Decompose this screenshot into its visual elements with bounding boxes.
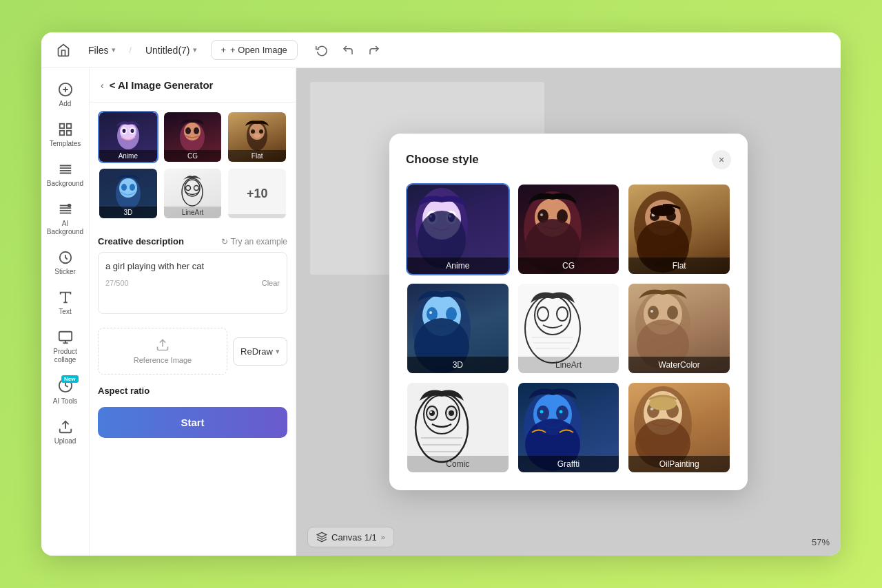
svg-point-86 bbox=[667, 306, 678, 319]
sidebar-item-add[interactable]: Add bbox=[45, 76, 86, 114]
files-menu[interactable]: Files ▾ bbox=[83, 42, 121, 59]
modal-style-3d[interactable]: 3D bbox=[406, 282, 510, 375]
svg-point-103 bbox=[540, 410, 543, 414]
reference-section: Reference Image ReDraw ▾ bbox=[90, 322, 296, 380]
sidebar-item-ai-background[interactable]: AIBackground bbox=[45, 196, 86, 242]
modal-style-graffiti[interactable]: Graffti bbox=[517, 381, 621, 474]
sidebar-product-collage-label: Productcollage bbox=[53, 348, 76, 364]
modal-style-comic[interactable]: Comic bbox=[406, 381, 510, 474]
aspect-ratio-title: Aspect ratio bbox=[98, 386, 287, 396]
aspect-ratio-section: Aspect ratio bbox=[90, 380, 296, 401]
char-count: 27/500 bbox=[105, 279, 129, 287]
prompt-textarea-wrapper[interactable]: a girl playing with her cat 27/500 Clear bbox=[98, 252, 287, 314]
reference-image-label: Reference Image bbox=[134, 356, 192, 364]
style-card-flat[interactable]: Flat bbox=[227, 111, 287, 163]
style-card-more[interactable]: +10 bbox=[227, 167, 287, 220]
modal-style-anime[interactable]: Anime bbox=[406, 183, 510, 275]
clear-button[interactable]: Clear bbox=[262, 279, 280, 287]
redraw-button[interactable]: ReDraw ▾ bbox=[233, 337, 287, 366]
sidebar-item-text[interactable]: Text bbox=[45, 284, 86, 322]
svg-point-102 bbox=[556, 406, 568, 421]
modal-style-flat[interactable]: Flat bbox=[627, 183, 731, 275]
style-card-lineart[interactable]: LineArt bbox=[163, 167, 223, 220]
style-card-cg[interactable]: CG bbox=[163, 111, 223, 163]
svg-point-93 bbox=[429, 410, 435, 416]
sidebar-item-sticker[interactable]: Sticker bbox=[45, 244, 86, 282]
svg-rect-19 bbox=[59, 332, 71, 341]
header: Files ▾ / Untitled(7) ▾ + + Open Image bbox=[41, 32, 841, 68]
try-example-button[interactable]: ↻ Try an example bbox=[221, 237, 287, 246]
title-chevron: ▾ bbox=[193, 45, 197, 54]
modal-style-lineart[interactable]: LineArt bbox=[517, 282, 621, 375]
panel-back-button[interactable]: ‹ bbox=[101, 80, 104, 91]
svg-rect-4 bbox=[66, 124, 70, 128]
svg-point-43 bbox=[182, 178, 203, 206]
modal-style-grid: Anime bbox=[406, 183, 731, 474]
start-button[interactable]: Start bbox=[98, 407, 287, 438]
sidebar-ai-background-label: AIBackground bbox=[47, 220, 83, 236]
svg-point-38 bbox=[254, 134, 260, 138]
header-actions bbox=[311, 40, 384, 61]
sidebar-templates-label: Templates bbox=[50, 140, 81, 148]
svg-point-45 bbox=[186, 186, 191, 191]
modal-anime-label: Anime bbox=[407, 258, 509, 274]
svg-point-28 bbox=[122, 129, 125, 133]
files-label: Files bbox=[88, 45, 109, 56]
svg-rect-6 bbox=[66, 131, 70, 135]
style-card-flat-label: Flat bbox=[228, 150, 286, 162]
creative-title: Creative description bbox=[98, 236, 184, 246]
files-chevron: ▾ bbox=[112, 45, 116, 54]
redraw-chevron: ▾ bbox=[276, 347, 280, 356]
header-separator: / bbox=[130, 45, 132, 55]
svg-point-37 bbox=[259, 129, 263, 134]
style-card-3d[interactable]: 3D bbox=[98, 167, 158, 220]
modal-header: Choose style × bbox=[406, 150, 731, 169]
sidebar-item-upload[interactable]: Upload bbox=[45, 414, 86, 451]
document-title[interactable]: Untitled(7) ▾ bbox=[140, 42, 203, 59]
svg-point-79 bbox=[557, 307, 568, 321]
home-button[interactable] bbox=[52, 39, 74, 61]
modal-3d-label: 3D bbox=[407, 357, 509, 373]
modal-watercolor-label: WaterColor bbox=[628, 357, 730, 373]
choose-style-modal-overlay: Choose style × bbox=[296, 68, 841, 556]
sidebar-item-templates[interactable]: Templates bbox=[45, 116, 86, 154]
modal-close-button[interactable]: × bbox=[712, 150, 731, 169]
open-image-plus: + bbox=[221, 45, 227, 55]
open-image-button[interactable]: + + Open Image bbox=[211, 40, 298, 60]
history-button[interactable] bbox=[311, 40, 332, 61]
sidebar-background-label: Background bbox=[47, 180, 83, 188]
modal-lineart-label: LineArt bbox=[518, 357, 619, 373]
sidebar-item-ai-tools[interactable]: New AI Tools bbox=[45, 372, 86, 411]
canvas-area: Choose style × bbox=[296, 68, 841, 556]
modal-oilpainting-label: OilPainting bbox=[628, 456, 730, 472]
panel-header: ‹ < AI Image Generator bbox=[90, 68, 296, 103]
modal-style-watercolor[interactable]: WaterColor bbox=[627, 282, 731, 375]
modal-style-oilpainting[interactable]: OilPainting bbox=[627, 381, 731, 474]
svg-point-44 bbox=[185, 180, 200, 196]
modal-graffiti-label: Graffti bbox=[518, 456, 619, 472]
svg-point-36 bbox=[251, 129, 255, 134]
icon-sidebar: Add Templates Background bbox=[41, 68, 90, 556]
style-card-anime-label: Anime bbox=[99, 150, 157, 162]
svg-point-104 bbox=[559, 410, 562, 414]
sidebar-item-background[interactable]: Background bbox=[45, 156, 86, 193]
style-card-lineart-label: LineArt bbox=[164, 207, 222, 218]
ai-image-generator-panel: ‹ < AI Image Generator bbox=[90, 68, 296, 556]
svg-point-46 bbox=[194, 186, 199, 191]
svg-point-95 bbox=[430, 411, 432, 413]
style-card-anime[interactable]: Anime bbox=[98, 111, 158, 163]
open-image-label: + Open Image bbox=[230, 45, 287, 55]
sidebar-upload-label: Upload bbox=[54, 437, 76, 445]
reference-image-button[interactable]: Reference Image bbox=[98, 328, 227, 375]
svg-point-101 bbox=[537, 406, 549, 421]
modal-style-cg[interactable]: CG bbox=[517, 183, 621, 275]
modal-title: Choose style bbox=[406, 153, 479, 167]
style-grid: Anime CG bbox=[90, 103, 296, 228]
undo-button[interactable] bbox=[338, 40, 358, 61]
svg-point-94 bbox=[449, 410, 454, 416]
sidebar-item-product-collage[interactable]: Productcollage bbox=[45, 324, 86, 370]
svg-point-77 bbox=[535, 296, 571, 335]
svg-rect-5 bbox=[59, 131, 63, 135]
redo-button[interactable] bbox=[364, 40, 384, 61]
modal-flat-label: Flat bbox=[628, 258, 730, 274]
